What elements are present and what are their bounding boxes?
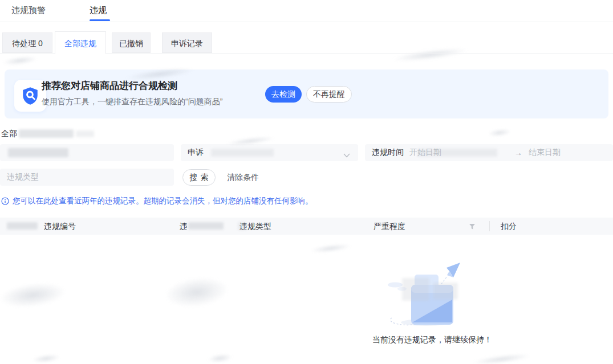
- col-deduction: 扣分: [501, 218, 517, 235]
- clear-filters-link[interactable]: 清除条件: [227, 173, 259, 183]
- go-detect-button[interactable]: 去检测: [265, 86, 302, 103]
- chevron-down-icon: [343, 150, 350, 159]
- watermark-smudge: [488, 128, 511, 138]
- tab-violation[interactable]: 违规: [90, 5, 107, 16]
- header-column-divider: [489, 221, 490, 231]
- table-header: 违规编号 违 违规类型 严重程度 扣分: [0, 218, 613, 235]
- info-icon: [1, 197, 9, 205]
- violation-type-input[interactable]: 违规类型: [0, 169, 174, 186]
- range-arrow-icon: →: [514, 148, 522, 157]
- filter-funnel-icon[interactable]: [469, 223, 476, 232]
- filter-section-label: 全部: [1, 129, 17, 139]
- end-date-placeholder: 结束日期: [529, 148, 561, 158]
- redaction-blur: [7, 222, 38, 230]
- active-tab-underline: [90, 19, 110, 21]
- watermark-smudge: [311, 243, 351, 254]
- subtab-pending[interactable]: 待处理 0: [2, 32, 52, 53]
- empty-state-illustration: [379, 261, 470, 330]
- watermark-smudge: [0, 280, 67, 310]
- redaction-blur: [402, 278, 429, 301]
- violation-time-range-picker[interactable]: 违规时间 开始日期 → 结束日期: [365, 144, 613, 161]
- col-violation-time-prefix: 违: [180, 218, 188, 235]
- violation-type-placeholder: 违规类型: [7, 172, 39, 182]
- redaction-blur: [19, 129, 74, 138]
- compliance-banner: 推荐您对店铺商品进行合规检测 使用官方工具，一键排查存在违规风险的“问题商品” …: [5, 69, 608, 118]
- col-severity: 严重程度: [374, 218, 405, 235]
- dismiss-reminder-button[interactable]: 不再提醒: [306, 86, 352, 103]
- redaction-blur: [417, 149, 497, 157]
- appeal-select-label: 申诉: [188, 148, 204, 158]
- notice-text: 您可以在此处查看近两年的违规记录。超期的记录会消失，但对您的店铺没有任何影响。: [13, 196, 313, 206]
- empty-state-message: 当前没有违规记录，请继续保持！: [372, 335, 492, 345]
- redaction-blur: [211, 149, 274, 157]
- watermark-smudge: [473, 352, 531, 364]
- redaction-blur: [433, 283, 458, 300]
- subtab-all-violations[interactable]: 全部违规: [55, 31, 106, 54]
- redaction-blur: [8, 148, 68, 157]
- col-violation-no: 违规编号: [44, 218, 76, 235]
- redaction-blur: [188, 222, 224, 230]
- subtab-appeal-records[interactable]: 申诉记录: [162, 32, 212, 53]
- appeal-status-select[interactable]: 申诉: [181, 144, 358, 161]
- redaction-blur: [76, 130, 94, 137]
- subtab-revoked[interactable]: 已撤销: [112, 32, 151, 53]
- watermark-smudge: [208, 353, 232, 363]
- banner-subtitle: 使用官方工具，一键排查存在违规风险的“问题商品”: [42, 97, 222, 107]
- watermark-smudge: [164, 274, 229, 310]
- redaction-blur: [238, 222, 247, 230]
- tab-violation-warning[interactable]: 违规预警: [11, 5, 46, 16]
- violation-page: 违规预警 违规 待处理 0 全部违规 已撤销 申诉记录 推荐您对店铺商品进行合规…: [0, 0, 613, 364]
- filter-input-1[interactable]: [0, 144, 174, 161]
- search-button[interactable]: 搜索: [182, 169, 216, 186]
- watermark-smudge: [32, 353, 60, 364]
- time-range-label: 违规时间: [372, 148, 404, 158]
- banner-title: 推荐您对店铺商品进行合规检测: [42, 79, 177, 92]
- watermark-smudge: [393, 46, 468, 64]
- watermark-smudge: [2, 55, 37, 66]
- notice-line: 您可以在此处查看近两年的违规记录。超期的记录会消失，但对您的店铺没有任何影响。: [1, 196, 313, 206]
